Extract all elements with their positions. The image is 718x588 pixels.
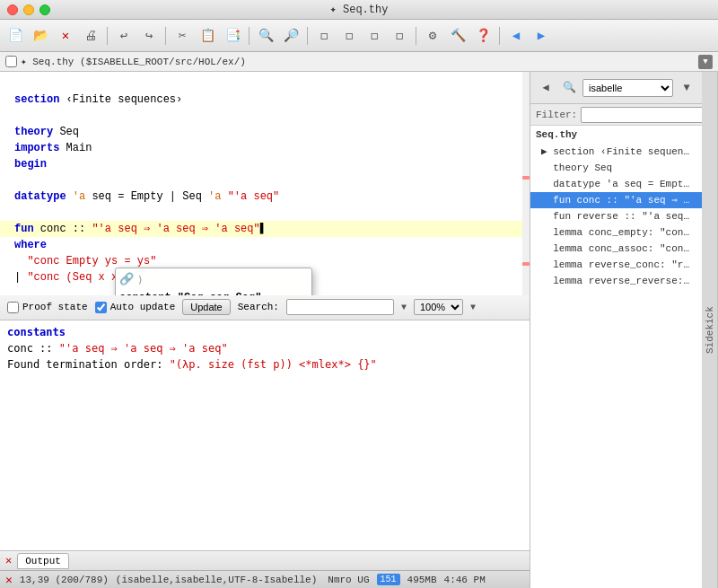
code-line: begin	[0, 156, 530, 172]
sidekick-label: Sidekick	[702, 72, 718, 588]
line-content: where	[14, 237, 47, 253]
settings-button[interactable]: ⚙	[421, 24, 444, 48]
tree-item-lemma-rev-conc[interactable]: lemma reverse_conc: "reverse (conc xs )…	[530, 257, 702, 273]
line-content: datatype 'a seq = Empty | Seq 'a "'a seq…	[14, 189, 279, 205]
tb-action-3[interactable]: ◻	[363, 24, 386, 48]
undo-button[interactable]: ↩	[112, 24, 136, 48]
sidekick-back-btn[interactable]: ◀	[536, 78, 556, 98]
tree-item-lemma-rev-rev[interactable]: lemma reverse_reverse: "reverse (rever…	[530, 273, 702, 289]
code-line	[0, 108, 530, 124]
close-button[interactable]: ✕	[54, 24, 77, 48]
scroll-marker-2	[522, 262, 530, 266]
title-bar: ✦ Seq.thy	[0, 0, 718, 20]
sidekick-panel: ◀ 🔍 isabelle ▼ Filter: ✦ Seq.thy ▶ secti…	[530, 72, 718, 588]
cut-button[interactable]: ✂	[171, 24, 194, 48]
filter-input[interactable]	[581, 107, 714, 123]
close-button[interactable]	[7, 4, 18, 15]
sidekick-topbar: ◀ 🔍 isabelle ▼	[530, 72, 702, 104]
tree-item-lemma-assoc[interactable]: lemma conc_assoc: "conc (conc xs ys) z…	[530, 241, 702, 257]
new-file-button[interactable]: 📄	[4, 24, 27, 48]
output-tab[interactable]: Output	[17, 553, 69, 569]
open-file-button[interactable]: 📂	[29, 24, 52, 48]
sidekick-inner: ◀ 🔍 isabelle ▼ Filter: ✦ Seq.thy ▶ secti…	[530, 72, 718, 588]
tb-action-1[interactable]: ◻	[312, 24, 336, 48]
popup-constant: constant "Seq.seq.Seq"	[119, 290, 308, 295]
zoom-select[interactable]: 100% 75% 125% 150%	[414, 299, 463, 315]
separator-2	[165, 27, 166, 45]
line-content: theory Seq	[14, 124, 79, 140]
tb-action-2[interactable]: ◻	[337, 24, 361, 48]
scroll-markers	[522, 72, 530, 295]
bottom-content: constants conc :: "'a seq ⇒ 'a seq ⇒ 'a …	[0, 320, 530, 551]
nav-back-button[interactable]: ◀	[504, 24, 528, 48]
paste-button[interactable]: 📑	[221, 24, 244, 48]
status-memory: 495MB	[407, 575, 437, 585]
filter-label: Filter:	[536, 110, 577, 120]
tree-item-reverse[interactable]: fun reverse :: "'a seq ⇒ 'a seq"	[530, 208, 702, 224]
search-label: Search:	[238, 302, 279, 312]
status-error-icon[interactable]: ✕	[5, 573, 13, 587]
separator-5	[416, 27, 416, 45]
search-input[interactable]	[286, 299, 394, 315]
status-position: 13,39 (200/789)	[20, 575, 109, 585]
separator-3	[249, 27, 250, 45]
search-down-arrow[interactable]: ▼	[401, 303, 407, 312]
isabelle-select[interactable]: isabelle	[582, 79, 673, 97]
code-line: theory Seq	[0, 124, 530, 140]
auto-update-container: Auto update	[95, 302, 176, 313]
tree-file: Seq.thy	[530, 126, 702, 144]
tree-item-lemma-empty[interactable]: lemma conc_empty: "conc xs Empty = xs"	[530, 224, 702, 241]
line-content	[14, 285, 21, 295]
status-bar: ✕ 13,39 (200/789) (isabelle,isabelle,UTF…	[0, 570, 530, 588]
output-tab-close[interactable]: ✕	[5, 554, 12, 567]
update-button[interactable]: Update	[182, 299, 230, 315]
proof-state-checkbox[interactable]	[7, 302, 19, 313]
popup-icon: 🔗	[119, 272, 134, 286]
copy-button[interactable]: 📋	[196, 24, 219, 48]
filter-bar: Filter: ✦	[530, 104, 702, 126]
tb-action-4[interactable]: ◻	[388, 24, 411, 48]
nav-forward-button[interactable]: ▶	[530, 24, 553, 48]
maximize-button[interactable]	[39, 4, 50, 15]
editor-wrapper: section ‹Finite sequences› theory Seq	[0, 72, 530, 295]
bottom-line-2: conc :: "'a seq ⇒ 'a seq ⇒ 'a seq"	[7, 340, 522, 356]
help-button[interactable]: ❓	[471, 24, 495, 48]
tree-item-datatype[interactable]: datatype 'a seq = Empty | Seq 'a "'a se	[530, 176, 702, 192]
status-encoding: (isabelle,isabelle,UTF-8-Isabelle)	[116, 575, 317, 585]
line-content	[14, 108, 21, 124]
path-text: ✦ Seq.thy ($ISABELLE_ROOT/src/HOL/ex/)	[21, 56, 695, 67]
bottom-line-1: constants	[7, 324, 522, 340]
sidekick-search-btn[interactable]: 🔍	[559, 78, 579, 98]
path-dropdown[interactable]: ▼	[698, 55, 713, 69]
window-title: ✦ Seq.thy	[330, 3, 389, 16]
code-lines: section ‹Finite sequences› theory Seq	[0, 75, 530, 295]
output-tab-bar: ✕ Output	[0, 550, 530, 570]
sidekick-dropdown-btn[interactable]: ▼	[677, 78, 696, 98]
tree-item-conc[interactable]: fun conc :: "'a seq ⇒ 'a seq ⇒ 'a seq"	[530, 192, 702, 208]
auto-update-checkbox[interactable]	[95, 302, 107, 313]
popup-header: 🔗 ⟩	[119, 272, 308, 286]
tree-item-section[interactable]: ▶ section ‹Finite sequences›	[530, 144, 702, 160]
build-button[interactable]: 🔨	[446, 24, 469, 48]
proof-state-label: Proof state	[22, 302, 88, 312]
line-content	[14, 205, 21, 221]
popup-arrow: ⟩	[137, 274, 144, 285]
line-content: section ‹Finite sequences›	[14, 92, 182, 108]
code-line	[0, 172, 530, 189]
separator-4	[307, 27, 308, 45]
popup-content: constant "Seq.seq.Seq" :: 'a ⇒ 'a seq ⇒ …	[119, 290, 308, 295]
zoom-down-arrow[interactable]: ▼	[470, 303, 476, 312]
print-button[interactable]: 🖨	[79, 24, 102, 48]
editor-area: section ‹Finite sequences› theory Seq	[0, 72, 530, 588]
code-line: imports Main	[0, 140, 530, 156]
line-content: begin	[14, 156, 47, 172]
line-content: imports Main	[14, 140, 92, 156]
minimize-button[interactable]	[23, 4, 34, 15]
find-next-button[interactable]: 🔎	[279, 24, 302, 48]
editor-content[interactable]: section ‹Finite sequences› theory Seq	[0, 72, 530, 295]
redo-button[interactable]: ↪	[137, 24, 161, 48]
line-content: fun conc :: "'a seq ⇒ 'a seq ⇒ 'a seq"▌	[14, 221, 267, 237]
path-checkbox[interactable]	[5, 56, 17, 67]
tree-item-theory[interactable]: theory Seq	[530, 160, 702, 176]
find-button[interactable]: 🔍	[254, 24, 277, 48]
